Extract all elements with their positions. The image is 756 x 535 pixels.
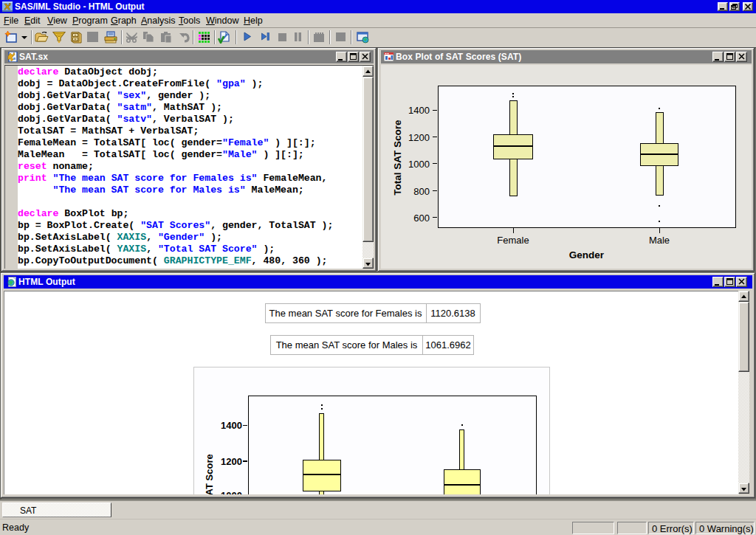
svg-text:2: 2 bbox=[9, 2, 11, 7]
